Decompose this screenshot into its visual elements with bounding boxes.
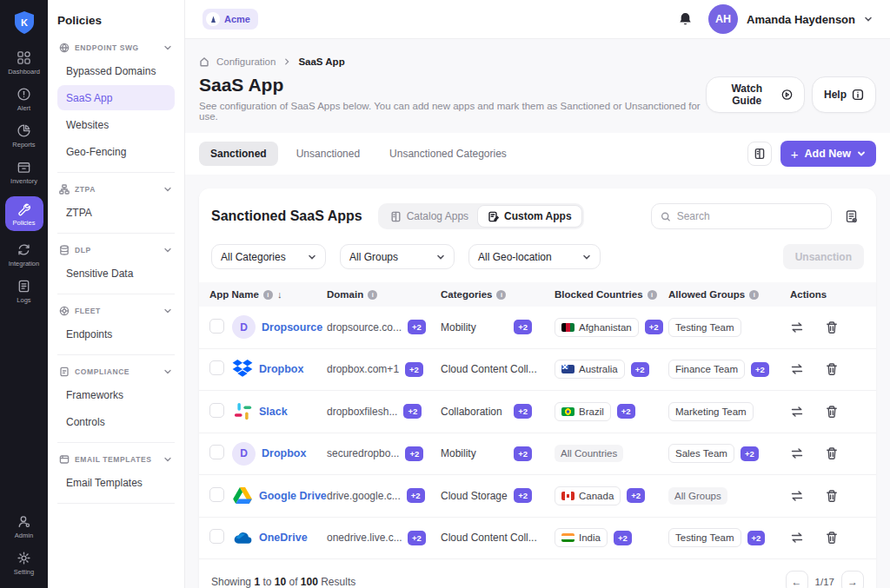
delete-button[interactable] [825,531,839,545]
sidebar-item-websites[interactable]: Websites [57,112,175,137]
geo-location-filter[interactable]: All Geo-location [468,244,601,269]
avatar[interactable]: AH [708,4,738,34]
row-checkbox[interactable] [209,487,224,502]
more-badge[interactable]: +2 [514,488,532,503]
sidebar-item-frameworks[interactable]: Frameworks [57,382,175,407]
sidebar-item-ztpa[interactable]: ZTPA [57,200,175,225]
more-badge[interactable]: +2 [751,362,769,377]
sidebar-item-policies[interactable]: Policies [5,196,43,231]
row-checkbox[interactable] [209,529,224,544]
org-switcher[interactable]: Acme [203,9,258,30]
tab-unsanctioned[interactable]: Unsanctioned [285,142,371,166]
section-ztpa[interactable]: ZTPA [57,181,175,198]
notifications-bell-icon[interactable] [678,11,693,27]
row-checkbox[interactable] [209,319,224,334]
sidebar-item-email-templates[interactable]: Email Templates [57,470,175,495]
flag-afghanistan-icon [561,323,575,332]
row-checkbox[interactable] [209,445,224,459]
transfer-button[interactable] [790,320,804,334]
help-button[interactable]: Help [812,76,876,113]
more-badge[interactable]: +2 [514,446,532,461]
more-badge[interactable]: +2 [514,404,532,419]
app-name-link[interactable]: OneDrive [259,532,308,544]
sidebar-item-reports[interactable]: Reports [12,123,35,149]
more-badge[interactable]: +2 [408,320,426,334]
sidebar-item-logs[interactable]: Logs [17,279,31,304]
prev-page-button[interactable]: ← [786,571,808,588]
transfer-button[interactable] [790,362,804,376]
custom-apps-button[interactable]: Custom Apps [477,205,582,228]
delete-button[interactable] [825,489,839,503]
tab-sanctioned[interactable]: Sanctioned [199,142,278,166]
sidebar-item-alert[interactable]: Alert [17,87,31,112]
more-badge[interactable]: +2 [741,446,759,461]
row-checkbox[interactable] [209,403,224,418]
section-compliance[interactable]: COMPLIANCE [57,363,175,380]
dropbox-letter-logo: D [232,442,256,466]
transfer-button[interactable] [790,489,804,503]
add-new-button[interactable]: + Add New [780,141,876,167]
tab-unsanctioned-categories[interactable]: Unsanctioned Categories [378,142,518,166]
app-name-link[interactable]: Slack [259,406,288,418]
app-name-link[interactable]: Dropbox [259,363,303,375]
more-badge[interactable]: +2 [614,531,632,545]
sidebar-item-admin[interactable]: Admin [15,514,33,539]
chevron-down-icon[interactable] [864,15,873,23]
notes-button[interactable] [747,142,772,166]
sidebar-item-setting[interactable]: Setting [14,551,34,576]
sidebar-item-dashboard[interactable]: Dashboard [8,50,40,76]
transfer-button[interactable] [790,531,804,545]
categories-filter[interactable]: All Categories [211,244,326,269]
section-email-templates[interactable]: EMAIL TEMPLATES [57,451,175,468]
more-badge[interactable]: +2 [408,531,426,545]
search-input[interactable] [677,210,822,222]
delete-button[interactable] [825,362,839,376]
more-badge[interactable]: +2 [407,488,425,503]
sidebar-item-saas-app[interactable]: SaaS App [57,85,175,110]
info-icon: i [749,290,759,300]
trash-icon [825,446,839,460]
sidebar-item-controls[interactable]: Controls [57,409,175,434]
audit-log-button[interactable] [844,209,859,224]
globe-icon [59,43,70,53]
app-name-link[interactable]: Dropsource [262,321,322,334]
transfer-button[interactable] [790,405,804,419]
chevron-down-icon [857,149,866,158]
more-badge[interactable]: +2 [403,404,422,419]
breadcrumb-link[interactable]: Configuration [216,56,276,67]
row-checkbox[interactable] [209,360,224,375]
transfer-button[interactable] [790,446,804,460]
country-chip: Canada [555,486,621,505]
app-name-link[interactable]: Google Drive [259,490,327,502]
section-endpoint-swg[interactable]: ENDPOINT SWG [57,39,175,56]
sidebar-item-endpoints[interactable]: Endpoints [57,321,175,347]
next-page-button[interactable]: → [841,571,864,588]
dropbox-logo [232,359,253,380]
more-badge[interactable]: +2 [627,488,645,503]
more-badge[interactable]: +2 [645,320,663,334]
delete-button[interactable] [825,405,839,419]
sidebar-item-inventory[interactable]: Inventory [10,160,37,185]
delete-button[interactable] [825,320,839,334]
sort-desc-icon[interactable]: ↓ [277,289,282,300]
more-badge[interactable]: +2 [617,404,635,419]
more-badge[interactable]: +2 [747,531,766,545]
groups-filter[interactable]: All Groups [340,244,455,269]
section-dlp[interactable]: DLP [57,241,175,259]
watch-guide-button[interactable]: Watch Guide [706,76,805,113]
more-badge[interactable]: +2 [514,320,532,334]
sidebar-item-geo-fencing[interactable]: Geo-Fencing [57,139,175,164]
search-field[interactable] [651,203,832,229]
sidebar-item-bypassed-domains[interactable]: Bypassed Domains [57,58,175,83]
catalog-apps-button[interactable]: Catalog Apps [381,206,478,227]
more-badge[interactable]: +2 [405,362,423,377]
more-badge[interactable]: +2 [405,446,423,461]
sidebar-item-sensitive-data[interactable]: Sensitive Data [57,261,175,286]
info-icon: i [263,290,273,300]
sidebar-item-integration[interactable]: Integration [9,242,39,268]
delete-button[interactable] [825,446,839,460]
app-name-link[interactable]: Dropbox [262,447,306,459]
section-fleet[interactable]: FLEET [57,302,175,320]
unsanction-button[interactable]: Unsanction [783,244,864,269]
more-badge[interactable]: +2 [631,362,649,377]
